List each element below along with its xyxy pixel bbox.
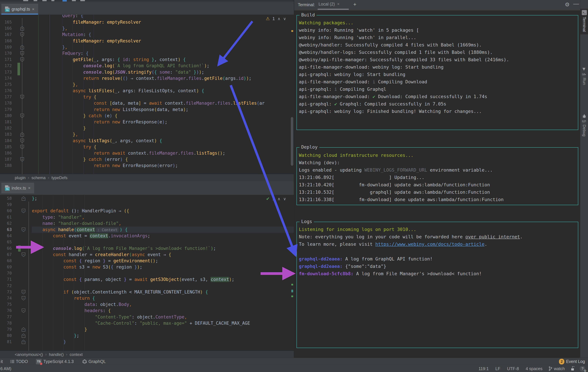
caret-position[interactable]: 119:1 [479, 366, 489, 371]
code-line[interactable]: const event = context.invocationArgs; [32, 233, 294, 239]
fold-icon[interactable] [20, 113, 24, 118]
code-line[interactable]: async listTags(_, args, context) { [52, 138, 294, 144]
code-line[interactable]: return resolve(() ⇒ context.fileManager.… [52, 75, 294, 81]
editor-graphql-ts[interactable]: Query: { 1651661671681691701711721731741… [0, 15, 294, 174]
inspection-widget[interactable]: ✔1 ∧ ∨ [266, 196, 286, 201]
code-line[interactable]: return new ErrorResponse(e); [52, 119, 294, 125]
breadcrumb-item[interactable]: schema [32, 175, 45, 180]
code-line[interactable]: async handle(context: Context) { [32, 227, 294, 233]
graphql-widget[interactable]: GraphQL [83, 359, 106, 364]
indent-setting[interactable]: 4 spaces [526, 366, 543, 371]
fold-icon[interactable] [21, 227, 26, 232]
code-line[interactable] [32, 283, 294, 289]
terminal-tab-local[interactable]: Local (2) × [318, 2, 339, 7]
event-log-widget[interactable]: 2 Event Log [559, 359, 585, 364]
fold-icon[interactable] [21, 290, 26, 294]
tab-index-ts[interactable]: TS index.ts × [1, 183, 34, 193]
editor1-scrollbar[interactable] [291, 117, 293, 166]
git-widget[interactable]: it [1, 359, 3, 364]
code-line[interactable]: export default (): HandlerPlugin ⇒ ({ [32, 208, 294, 214]
todo-widget[interactable]: TODO [10, 359, 28, 364]
code-line[interactable]: "Content-Type": object.ContentType, [32, 314, 294, 320]
stripe-debug[interactable]: 5: Debug [580, 114, 588, 136]
code-line[interactable]: return new ErrorResponse(error); [52, 162, 294, 169]
fold-icon[interactable] [20, 95, 24, 99]
code-line[interactable]: async listFiles(_, args: FilesListOpts, … [52, 88, 294, 94]
next-problem-icon[interactable]: ∨ [283, 16, 286, 21]
code-line[interactable]: console.log(`A log from File Manager's >… [32, 245, 294, 251]
code-line[interactable] [32, 270, 294, 276]
code-line[interactable]: fileManager: emptyResolver [52, 38, 294, 44]
fold-icon[interactable] [21, 252, 26, 257]
code-line[interactable]: console.log(`A log from GraphQL API func… [52, 63, 294, 69]
fold-icon[interactable] [21, 333, 26, 338]
code-line[interactable]: try { [52, 144, 294, 150]
fold-icon[interactable] [21, 340, 26, 344]
code-line[interactable]: data: object.Body, [32, 302, 294, 308]
next-problem-icon[interactable]: ∨ [283, 197, 286, 201]
code-line[interactable]: }; [32, 195, 294, 201]
code-line[interactable]: const handler = createHandler(async even… [32, 251, 294, 258]
code-line[interactable]: return new ListResponse(data, meta); [52, 107, 294, 113]
prev-problem-icon[interactable]: ∧ [278, 197, 281, 201]
code-line[interactable]: } [32, 339, 294, 345]
inspections-widget[interactable]: ?⚙ [580, 366, 585, 372]
editor-index-ts[interactable]: 5859606162636465666768697071727374757677… [0, 195, 294, 351]
code-line[interactable]: }, [52, 25, 294, 31]
lock-widget[interactable] [570, 366, 575, 371]
code-line[interactable]: } [52, 125, 294, 131]
minimize-icon[interactable]: — [573, 0, 579, 7]
fold-icon[interactable] [20, 51, 24, 56]
tab-graphql-ts[interactable]: TS graphql.ts × [1, 4, 38, 15]
code-line[interactable]: fileManager: emptyResolver [52, 19, 294, 25]
breadcrumb-item[interactable]: <anonymous>() [15, 352, 43, 357]
gear-icon[interactable]: ⚙ [565, 1, 570, 8]
code-line[interactable]: const [data, meta] = await context.fileM… [52, 100, 294, 106]
code-line[interactable]: }, [52, 44, 294, 50]
code-line[interactable]: if (object.ContentLength < MAX_RETURN_CO… [32, 289, 294, 295]
fold-icon[interactable] [21, 308, 26, 313]
fold-icon[interactable] [20, 57, 24, 62]
code-line[interactable]: }, [52, 81, 294, 88]
code-line[interactable]: } [32, 326, 294, 332]
close-icon[interactable]: × [28, 186, 30, 190]
file-encoding[interactable]: UTF-8 [507, 366, 519, 371]
code-line[interactable]: const s3 = new S3({ region }); [32, 264, 294, 270]
stripe-run[interactable]: ▶ 4: Run [580, 67, 588, 85]
code-line[interactable]: }; [32, 332, 294, 339]
fold-icon[interactable] [20, 132, 24, 137]
link[interactable]: https://www.webiny.com/docs/todo-article [375, 241, 484, 247]
code-line[interactable] [32, 201, 294, 208]
code-line[interactable]: name: "handler-download-file", [32, 220, 294, 227]
close-icon[interactable]: × [32, 7, 34, 11]
code-line[interactable]: getFile(_, args: { id: string }, context… [52, 57, 294, 63]
code-line[interactable]: return await context.fileManager.files.l… [52, 150, 294, 156]
code-line[interactable]: console.log(JSON.stringify({ some: "data… [52, 69, 294, 75]
inspection-widget[interactable]: ⚠1 ∧ ∨ [266, 16, 286, 21]
stripe-terminal[interactable]: >_ Terminal [580, 9, 588, 34]
fold-icon[interactable] [20, 157, 24, 162]
git-branch-widget[interactable]: watch [548, 366, 565, 371]
new-terminal-button[interactable]: + [353, 1, 357, 8]
fold-icon[interactable] [21, 327, 26, 332]
code-line[interactable]: try { [52, 94, 294, 100]
code-line[interactable]: }, [52, 131, 294, 138]
code-line[interactable]: headers: { [32, 308, 294, 314]
line-separator[interactable]: LF [495, 366, 500, 371]
prev-problem-icon[interactable]: ∧ [278, 16, 281, 21]
breadcrumb-item[interactable]: typeDefs [52, 175, 67, 180]
typescript-widget[interactable]: TS TypeScript 4.1.3 [36, 359, 74, 364]
fold-icon[interactable] [20, 26, 24, 31]
fold-icon[interactable] [20, 145, 24, 149]
code-line[interactable]: } catch (e) { [52, 113, 294, 119]
fold-icon[interactable] [20, 139, 24, 143]
code-line[interactable]: Mutation: { [52, 31, 294, 38]
breadcrumb-item[interactable]: context [70, 352, 83, 357]
code-line[interactable]: "Cache-Control": "public, max-age=" + DE… [32, 320, 294, 326]
code-line[interactable]: } catch (error) { [52, 156, 294, 162]
code-line[interactable]: type: "handler", [32, 214, 294, 220]
code-line[interactable]: const { region } = getEnvironment(); [32, 258, 294, 264]
fold-icon[interactable] [21, 196, 26, 201]
breadcrumb-item[interactable]: plugin [15, 175, 26, 180]
code-line[interactable] [32, 239, 294, 245]
